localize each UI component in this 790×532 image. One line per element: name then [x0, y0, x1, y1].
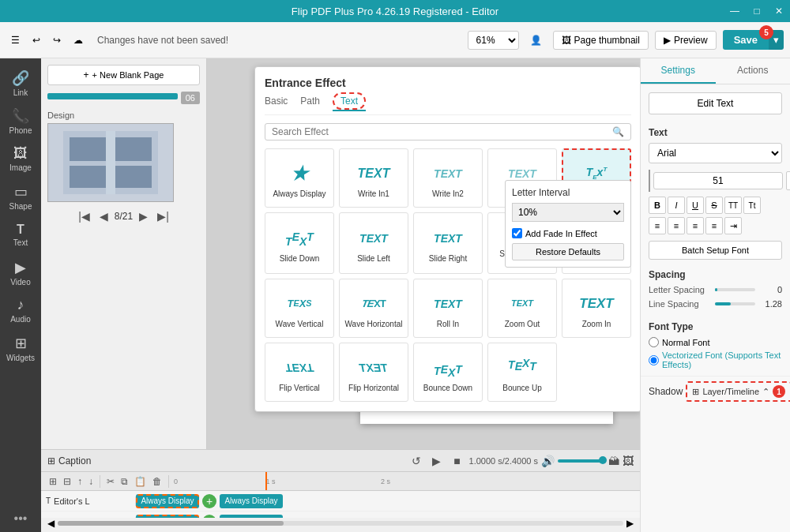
track-name-1: Editor's L	[54, 496, 90, 506]
vectorized-font-radio[interactable]	[649, 355, 659, 365]
track-block-1-secondary[interactable]: Always Display	[220, 494, 283, 508]
volume-slider[interactable]	[558, 459, 605, 463]
effect-always-display[interactable]: ★ Always Display	[265, 148, 334, 208]
right-panel: Settings Actions Edit Text Text Arial Ti…	[640, 58, 790, 532]
minimize-button[interactable]: —	[724, 0, 746, 22]
search-effect-input[interactable]	[272, 126, 612, 137]
effect-zoom-in[interactable]: TEXT Zoom In	[562, 279, 631, 338]
strikethrough-button[interactable]: S	[705, 197, 723, 214]
sidebar-more[interactable]: •••	[14, 511, 28, 526]
restore-defaults-button[interactable]: Restore Defaults	[512, 243, 624, 260]
page-thumbnail-button[interactable]: 🖼 Page thumbnail	[553, 31, 649, 50]
underline-button[interactable]: U	[687, 197, 704, 214]
effect-flip-horizontal[interactable]: TEXT Flip Horizontal	[339, 343, 408, 402]
tab-text[interactable]: Text	[333, 96, 366, 111]
sidebar-item-link[interactable]: 🔗 Link	[2, 65, 39, 101]
sidebar-item-video[interactable]: ▶ Video	[2, 254, 39, 290]
tab-settings[interactable]: Settings	[641, 58, 716, 84]
canvas-area: Entrance Effect Basic Path Text 🔍	[207, 58, 640, 449]
layer-timeline-badge[interactable]: ⊞ Layer/Timeline ⌃ 1	[686, 381, 790, 402]
loop-button[interactable]: ↺	[408, 452, 425, 470]
normal-font-radio[interactable]	[649, 337, 659, 347]
cloud-button[interactable]: ☁	[69, 32, 88, 49]
sidebar-item-audio[interactable]: ♪ Audio	[2, 292, 39, 328]
lowercase-button[interactable]: Tt	[743, 197, 761, 214]
timeline-icons-row: ⊞ ⊟ ↑ ↓ ✂ ⧉ 📋 🗑 0 1 s 2 s	[41, 472, 640, 491]
timeline-up-button[interactable]: ↑	[76, 474, 84, 489]
effect-write-in1[interactable]: TEXT Write In1	[339, 148, 408, 208]
next-page-button[interactable]: ▶	[136, 208, 151, 224]
font-family-select[interactable]: Arial Times New Roman Verdana	[649, 143, 782, 163]
preview-button[interactable]: ▶ Preview	[655, 31, 717, 50]
line-spacing-slider[interactable]	[715, 302, 755, 305]
track-block-1-primary[interactable]: Always Display	[136, 494, 199, 508]
sidebar-item-image[interactable]: 🖼 Image	[2, 140, 39, 177]
new-blank-page-button[interactable]: + + New Blank Page	[47, 65, 200, 85]
sidebar-item-phone[interactable]: 📞 Phone	[2, 103, 39, 139]
batch-setup-font-button[interactable]: Batch Setup Font	[649, 241, 782, 260]
timeline-down-button[interactable]: ↓	[87, 474, 95, 489]
align-left-button[interactable]: ≡	[649, 217, 666, 234]
tab-path[interactable]: Path	[300, 96, 320, 111]
effect-flip-vertical[interactable]: TEXT Flip Vertical	[265, 343, 334, 402]
scroll-left-button[interactable]: ◀	[47, 518, 55, 529]
decrease-font-size-button[interactable]: −	[786, 171, 790, 190]
last-page-button[interactable]: ▶|	[154, 208, 172, 224]
maximize-button[interactable]: □	[746, 0, 768, 22]
timeline-add-button[interactable]: ⊞	[47, 474, 58, 489]
effect-wave-vertical[interactable]: TEXS Wave Vertical	[265, 279, 334, 338]
italic-button[interactable]: I	[668, 197, 685, 214]
align-right-button[interactable]: ≡	[687, 217, 704, 234]
effect-roll-in[interactable]: TEXT Roll In	[413, 279, 483, 338]
stop-button[interactable]: ■	[449, 452, 466, 470]
timeline-horizontal-scrollbar[interactable]	[58, 521, 623, 526]
effect-zoom-out[interactable]: TEXT Zoom Out	[487, 279, 557, 338]
tab-basic[interactable]: Basic	[265, 96, 288, 111]
close-button[interactable]: ✕	[768, 0, 790, 22]
user-button[interactable]: 👤	[525, 32, 547, 49]
vectorized-font-link[interactable]: Vectorized Font (Supports Text Effects)	[662, 350, 782, 369]
track-add-button-2[interactable]: +	[202, 515, 216, 519]
edit-text-button[interactable]: Edit Text	[649, 92, 782, 114]
save-button[interactable]: Save 5	[723, 30, 769, 50]
letter-spacing-slider[interactable]	[715, 288, 755, 291]
zoom-select[interactable]: 61% 50% 75% 100%	[468, 31, 519, 50]
timeline-copy-button[interactable]: ⧉	[119, 474, 130, 489]
sidebar-item-text[interactable]: T Text	[2, 216, 39, 253]
prev-page-button[interactable]: ◀	[96, 208, 111, 224]
timeline-track-1: T Editor's L Always Display + Always Dis…	[41, 491, 640, 511]
play-button[interactable]: ▶	[428, 452, 446, 470]
add-fade-checkbox[interactable]	[512, 228, 522, 238]
effect-bounce-up[interactable]: TEXT Bounce Up	[487, 343, 557, 402]
sidebar-item-shape[interactable]: ▭ Shape	[2, 178, 39, 215]
align-justify-button[interactable]: ≡	[705, 217, 723, 234]
menu-button[interactable]: ☰	[6, 32, 24, 49]
first-page-button[interactable]: |◀	[75, 208, 93, 224]
track-block-2-secondary[interactable]: Always Display	[220, 515, 283, 519]
sidebar-item-widgets[interactable]: ⊞ Widgets	[2, 330, 39, 366]
timeline-delete-button[interactable]: 🗑	[151, 474, 164, 489]
undo-button[interactable]: ↩	[28, 32, 45, 49]
redo-button[interactable]: ↪	[48, 32, 66, 49]
effect-slide-left[interactable]: TEXT Slide Left	[339, 212, 408, 274]
track-add-button-1[interactable]: +	[202, 494, 216, 508]
effect-slide-down[interactable]: TEXT Slide Down	[265, 212, 334, 274]
effect-slide-right[interactable]: TEXT Slide Right	[413, 212, 483, 274]
track-block-2-primary[interactable]: Always Display	[136, 515, 199, 519]
timeline-paste-button[interactable]: 📋	[133, 474, 148, 489]
indent-button[interactable]: ⇥	[724, 217, 742, 234]
timeline-cut-button[interactable]: ✂	[105, 474, 116, 489]
timeline-remove-button[interactable]: ⊟	[62, 474, 73, 489]
effect-write-in2[interactable]: TEXT Write In2	[413, 148, 483, 208]
font-size-input[interactable]	[653, 172, 783, 189]
scroll-right-button[interactable]: ▶	[626, 518, 634, 529]
effect-wave-horizontal[interactable]: TEXT Wave Horizontal	[339, 279, 408, 338]
uppercase-button[interactable]: TT	[724, 197, 742, 214]
font-color-picker[interactable]	[649, 170, 650, 192]
effect-bounce-down[interactable]: TEXT Bounce Down	[413, 343, 483, 402]
align-center-button[interactable]: ≡	[668, 217, 685, 234]
tab-actions[interactable]: Actions	[716, 58, 791, 84]
text-icon: T	[17, 223, 24, 237]
bold-button[interactable]: B	[649, 197, 666, 214]
letter-interval-select[interactable]: 10% 5% 15% 20%	[512, 203, 624, 222]
